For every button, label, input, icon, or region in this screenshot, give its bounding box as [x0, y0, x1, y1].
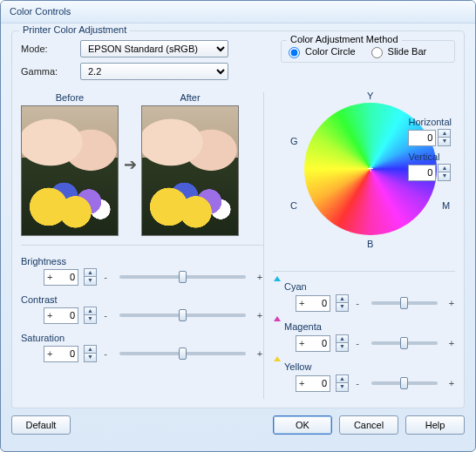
plus-icon: +	[256, 310, 263, 320]
radio-slide-bar[interactable]: Slide Bar	[371, 46, 427, 58]
mode-label: Mode:	[21, 44, 73, 54]
saturation-label: Saturation	[21, 333, 263, 343]
plus-icon: +	[256, 272, 263, 282]
saturation-slider[interactable]	[119, 352, 246, 355]
axis-b: B	[367, 239, 373, 249]
minus-icon: -	[354, 378, 361, 388]
yellow-spinner[interactable]: ▲▼	[336, 374, 349, 392]
default-button[interactable]: Default	[11, 415, 71, 435]
group-title: Printer Color Adjustment	[19, 24, 130, 35]
horizontal-label: Horizontal	[408, 117, 452, 127]
droplet-magenta-icon	[273, 320, 281, 333]
after-label: After	[180, 92, 200, 103]
contrast-label: Contrast	[21, 294, 263, 305]
plus-icon: +	[448, 378, 455, 388]
plus-icon: +	[448, 338, 455, 348]
after-image	[141, 105, 239, 236]
brightness-slider[interactable]	[119, 275, 246, 279]
contrast-thumb[interactable]	[179, 309, 187, 321]
axis-m: M	[442, 200, 450, 211]
brightness-value[interactable]: +0	[44, 269, 78, 286]
yellow-thumb[interactable]	[400, 377, 408, 389]
plus-icon: +	[256, 348, 263, 359]
magenta-spinner[interactable]: ▲▼	[336, 334, 349, 352]
brightness-thumb[interactable]	[179, 271, 187, 283]
minus-icon: -	[102, 310, 109, 320]
magenta-slider[interactable]	[371, 341, 438, 345]
saturation-thumb[interactable]	[179, 347, 187, 360]
help-button[interactable]: Help	[405, 415, 465, 435]
cyan-slider[interactable]	[371, 301, 438, 305]
arrow-icon: ➔	[122, 155, 138, 174]
minus-icon: -	[354, 298, 361, 308]
horizontal-spinner[interactable]: ▲▼	[438, 129, 451, 146]
cancel-button[interactable]: Cancel	[339, 415, 398, 435]
contrast-spinner[interactable]: ▲▼	[84, 307, 97, 324]
droplet-cyan-icon	[273, 280, 281, 293]
magenta-thumb[interactable]	[400, 337, 408, 349]
gamma-select[interactable]: 2.2	[80, 63, 228, 80]
axis-y: Y	[367, 91, 373, 101]
brightness-spinner[interactable]: ▲▼	[84, 268, 97, 286]
vertical-spinner[interactable]: ▲▼	[438, 164, 451, 181]
titlebar: Color Controls	[1, 1, 475, 24]
magenta-label: Magenta	[284, 321, 322, 332]
droplet-yellow-icon	[273, 361, 281, 373]
radio-color-circle-input[interactable]	[289, 47, 300, 58]
axis-g: G	[290, 136, 298, 146]
minus-icon: -	[102, 272, 109, 282]
before-label: Before	[56, 92, 84, 103]
mode-select[interactable]: EPSON Standard (sRGB)	[80, 40, 228, 57]
yellow-slider[interactable]	[371, 381, 438, 385]
vertical-value[interactable]: 0	[408, 165, 436, 181]
magenta-value[interactable]: +0	[296, 335, 330, 352]
contrast-slider[interactable]	[119, 314, 246, 317]
method-title: Color Adjustment Method	[287, 34, 402, 44]
color-controls-dialog: Color Controls Printer Color Adjustment …	[0, 0, 476, 452]
cyan-spinner[interactable]: ▲▼	[336, 294, 349, 312]
saturation-value[interactable]: +0	[44, 346, 78, 362]
plus-icon: +	[448, 298, 455, 308]
cyan-label: Cyan	[284, 281, 307, 292]
before-image	[21, 105, 119, 236]
ok-button[interactable]: OK	[273, 415, 332, 435]
cyan-value[interactable]: +0	[296, 295, 330, 312]
horizontal-value[interactable]: 0	[408, 130, 436, 146]
saturation-spinner[interactable]: ▲▼	[84, 345, 97, 362]
minus-icon: -	[354, 338, 361, 348]
cyan-thumb[interactable]	[400, 297, 408, 309]
radio-slide-bar-input[interactable]	[371, 47, 383, 58]
axis-c: C	[290, 200, 297, 211]
yellow-label: Yellow	[284, 361, 311, 372]
contrast-value[interactable]: +0	[44, 307, 78, 324]
gamma-label: Gamma:	[21, 66, 73, 77]
yellow-value[interactable]: +0	[296, 375, 330, 392]
minus-icon: -	[102, 348, 109, 359]
brightness-label: Brightness	[21, 256, 263, 266]
color-adjustment-method-group: Color Adjustment Method Color Circle Sli…	[281, 40, 455, 63]
printer-color-adjustment-group: Printer Color Adjustment Mode: EPSON Sta…	[11, 30, 465, 408]
vertical-label: Vertical	[408, 152, 452, 162]
window-title: Color Controls	[10, 6, 71, 17]
radio-color-circle[interactable]: Color Circle	[289, 46, 356, 58]
